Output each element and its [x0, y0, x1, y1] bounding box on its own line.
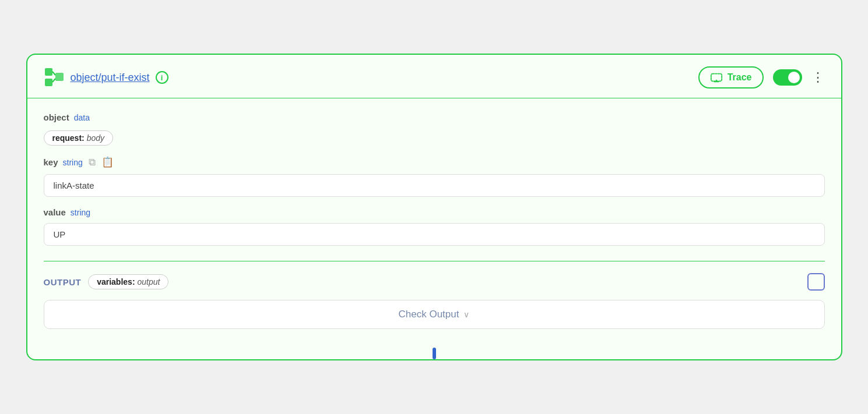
output-row: OUTPUT variables: output: [44, 273, 825, 291]
info-icon[interactable]: i: [156, 71, 168, 84]
more-options-icon: ⋮: [811, 70, 825, 85]
value-input[interactable]: [44, 223, 825, 246]
card-header: object/put-if-exist i Trace ⋮: [27, 55, 841, 98]
key-type-link[interactable]: string: [63, 158, 83, 167]
request-badge-label: request:: [52, 133, 85, 143]
node-icon: [44, 67, 65, 88]
chevron-down-icon: ∨: [463, 310, 469, 319]
card-body: object data request: body key string ⧉ 📋…: [27, 98, 841, 343]
trace-button[interactable]: Trace: [698, 66, 764, 89]
svg-line-4: [52, 79, 55, 82]
request-badge: request: body: [44, 130, 114, 146]
object-label: object: [44, 112, 69, 122]
more-options-button[interactable]: ⋮: [811, 70, 825, 85]
bottom-dot: [433, 348, 436, 359]
request-badge-value: body: [87, 133, 104, 143]
node-card: object/put-if-exist i Trace ⋮: [26, 54, 842, 360]
toggle-switch[interactable]: [773, 69, 802, 86]
svg-line-3: [52, 72, 55, 75]
value-type-link[interactable]: string: [71, 208, 90, 217]
trace-label: Trace: [728, 72, 752, 83]
section-divider: [44, 261, 825, 261]
check-output-label: Check Output: [399, 309, 459, 320]
header-left: object/put-if-exist i: [44, 67, 168, 88]
header-right: Trace ⋮: [698, 66, 825, 89]
trace-icon: [710, 71, 723, 84]
key-label: key: [44, 157, 58, 167]
copy-output-button[interactable]: [807, 273, 825, 291]
output-left: OUTPUT variables: output: [44, 274, 169, 289]
paste-icon[interactable]: 📋: [101, 156, 114, 168]
bottom-indicator: [27, 343, 841, 359]
output-label: OUTPUT: [44, 277, 82, 287]
svg-rect-0: [45, 68, 52, 76]
object-field-row: object data: [44, 112, 825, 122]
object-type-link[interactable]: data: [74, 113, 90, 122]
svg-rect-1: [45, 79, 52, 86]
svg-rect-2: [55, 73, 64, 81]
value-label: value: [44, 207, 66, 217]
node-title[interactable]: object/put-if-exist: [71, 72, 150, 84]
value-field-row: value string: [44, 207, 825, 217]
key-field-row: key string ⧉ 📋: [44, 156, 825, 168]
variables-badge-value: output: [138, 277, 160, 286]
variables-badge-label: variables:: [97, 277, 135, 286]
variables-badge: variables: output: [88, 274, 168, 289]
check-output-button[interactable]: Check Output ∨: [44, 300, 825, 329]
copy-icon[interactable]: ⧉: [89, 157, 96, 168]
key-input[interactable]: [44, 174, 825, 197]
